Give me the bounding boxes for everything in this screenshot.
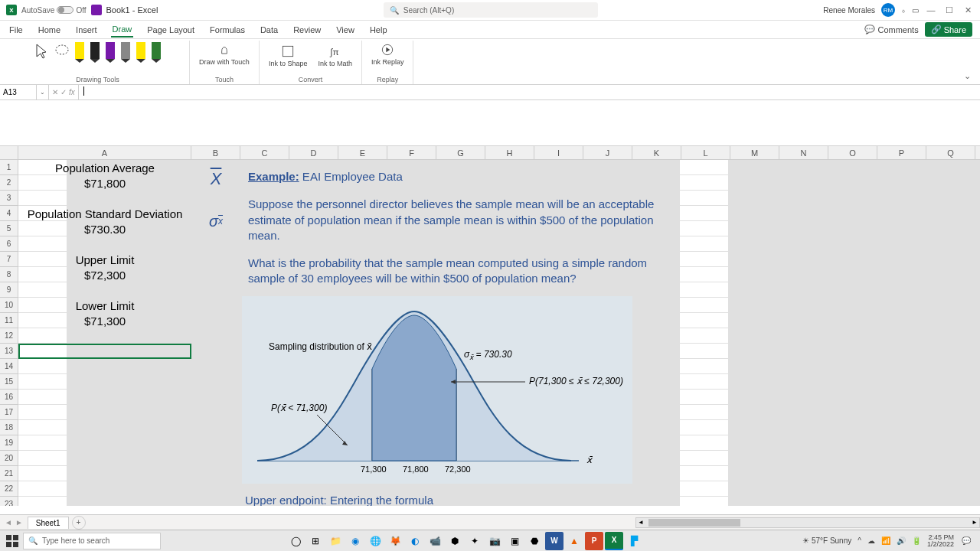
menu-formulas[interactable]: Formulas xyxy=(208,23,247,37)
col-header-n[interactable]: N xyxy=(779,146,828,159)
menu-help[interactable]: Help xyxy=(368,23,389,37)
ink-to-math-button[interactable]: ∫π Ink to Math xyxy=(313,42,357,70)
fx-icon[interactable]: fx xyxy=(69,88,75,96)
menu-draw[interactable]: Draw xyxy=(111,22,134,37)
add-sheet-button[interactable]: + xyxy=(72,516,86,530)
menu-insert[interactable]: Insert xyxy=(74,23,99,37)
pen-yellow[interactable] xyxy=(134,42,148,68)
col-header-c[interactable]: C xyxy=(240,146,289,159)
name-box-dropdown[interactable]: ⌄ xyxy=(37,85,49,99)
taskbar-search[interactable]: 🔍Type here to search xyxy=(23,533,161,549)
firefox-icon[interactable]: 🦊 xyxy=(386,532,404,550)
row-header[interactable]: 5 xyxy=(0,221,18,236)
col-header-q[interactable]: Q xyxy=(926,146,975,159)
row-header[interactable]: 14 xyxy=(0,359,18,374)
cell-b1[interactable]: X xyxy=(191,164,240,194)
col-header-o[interactable]: O xyxy=(828,146,877,159)
collapse-ribbon-icon[interactable]: ⌄ xyxy=(964,71,971,81)
menu-view[interactable]: View xyxy=(335,23,356,37)
powerpoint-icon[interactable]: P xyxy=(585,532,603,550)
volume-icon[interactable]: 🔊 xyxy=(897,536,906,545)
sheet-next-icon[interactable]: ► xyxy=(15,518,23,527)
cell-a2[interactable]: $71,800 xyxy=(18,175,191,191)
spreadsheet-grid[interactable]: A B C D E F G H I J K L M N O P Q 1 2 3 … xyxy=(0,146,980,506)
col-header-a[interactable]: A xyxy=(18,146,191,159)
pen-black[interactable] xyxy=(88,42,102,68)
tray-chevron-icon[interactable]: ^ xyxy=(858,536,861,545)
coming-soon-icon[interactable]: ⬨ xyxy=(901,6,906,15)
cancel-icon[interactable]: ✕ xyxy=(52,88,58,96)
row-header[interactable]: 18 xyxy=(0,420,18,435)
onedrive-icon[interactable]: ☁ xyxy=(867,536,875,545)
ink-replay-button[interactable]: Ink Replay xyxy=(367,41,409,68)
row-header[interactable]: 21 xyxy=(0,466,18,481)
col-header-h[interactable]: H xyxy=(485,146,534,159)
cell-a5[interactable]: $730.30 xyxy=(18,221,191,236)
menu-data[interactable]: Data xyxy=(259,23,279,37)
cell-a1[interactable]: Population Average xyxy=(18,160,191,175)
col-header-m[interactable]: M xyxy=(730,146,779,159)
col-header-p[interactable]: P xyxy=(877,146,926,159)
row-header[interactable]: 1 xyxy=(0,160,18,175)
app-icon-4[interactable]: ▣ xyxy=(505,532,524,550)
sheet-prev-icon[interactable]: ◄ xyxy=(5,518,12,527)
vlc-icon[interactable]: ▲ xyxy=(565,532,583,550)
row-header[interactable]: 17 xyxy=(0,405,18,420)
col-header-k[interactable]: K xyxy=(632,146,681,159)
row-header[interactable]: 16 xyxy=(0,390,18,405)
cell-a11[interactable]: $71,300 xyxy=(18,313,191,328)
minimize-button[interactable]: — xyxy=(925,5,937,15)
cell-b4[interactable]: σx xyxy=(191,206,240,236)
horizontal-scrollbar[interactable]: ◄ ► xyxy=(635,517,980,528)
task-view-icon[interactable]: ◯ xyxy=(286,532,305,550)
weather-widget[interactable]: ☀ 57°F Sunny xyxy=(802,536,851,545)
app-icon[interactable]: ◐ xyxy=(406,532,424,550)
select-all-corner[interactable] xyxy=(0,146,18,159)
search-input[interactable]: 🔍 Search (Alt+Q) xyxy=(384,2,598,18)
row-header[interactable]: 3 xyxy=(0,191,18,206)
row-header[interactable]: 6 xyxy=(0,236,18,252)
col-header-j[interactable]: J xyxy=(583,146,632,159)
pen-green[interactable] xyxy=(149,42,163,68)
col-header-b[interactable]: B xyxy=(191,146,240,159)
col-header-e[interactable]: E xyxy=(338,146,387,159)
edge-icon[interactable]: ◉ xyxy=(346,532,364,550)
sheet-tab-sheet1[interactable]: Sheet1 xyxy=(28,517,69,529)
user-avatar[interactable]: RM xyxy=(881,3,895,17)
file-explorer-icon[interactable]: 📁 xyxy=(326,532,345,550)
maximize-button[interactable]: ☐ xyxy=(943,5,956,15)
wifi-icon[interactable]: 📶 xyxy=(881,536,890,545)
start-button[interactable] xyxy=(3,532,21,550)
row-header[interactable]: 8 xyxy=(0,267,18,282)
row-header[interactable]: 9 xyxy=(0,282,18,298)
share-button[interactable]: 🔗 Share xyxy=(925,22,972,37)
col-header-d[interactable]: D xyxy=(289,146,338,159)
comments-button[interactable]: 💬 Comments xyxy=(864,24,918,34)
cortana-icon[interactable]: ⊞ xyxy=(306,532,325,550)
menu-page-layout[interactable]: Page Layout xyxy=(145,23,196,37)
camera-icon[interactable]: 📷 xyxy=(485,532,504,550)
row-header[interactable]: 22 xyxy=(0,481,18,497)
row-header[interactable]: 13 xyxy=(0,344,18,359)
save-icon[interactable] xyxy=(91,5,102,15)
row-header[interactable]: 2 xyxy=(0,175,18,191)
ink-to-shape-button[interactable]: Ink to Shape xyxy=(264,42,312,70)
app-icon-5[interactable]: ⬣ xyxy=(525,532,544,550)
autosave-toggle[interactable]: AutoSave Off xyxy=(21,6,87,15)
row-header[interactable]: 19 xyxy=(0,435,18,451)
select-tool[interactable] xyxy=(33,42,51,60)
menu-file[interactable]: File xyxy=(8,23,24,37)
col-header-i[interactable]: I xyxy=(534,146,583,159)
pen-yellow-highlighter[interactable] xyxy=(73,42,87,68)
cell-a4[interactable]: Population Standard Deviation xyxy=(18,206,191,221)
col-header-f[interactable]: F xyxy=(387,146,436,159)
cell-a8[interactable]: $72,300 xyxy=(18,267,191,282)
battery-icon[interactable]: 🔋 xyxy=(912,536,921,545)
menu-review[interactable]: Review xyxy=(292,23,322,37)
name-box[interactable]: A13 xyxy=(0,85,37,99)
excel-taskbar-icon[interactable]: X xyxy=(605,532,623,550)
app-icon-6[interactable]: ▛ xyxy=(625,532,643,550)
menu-home[interactable]: Home xyxy=(37,23,62,37)
word-icon[interactable]: W xyxy=(545,532,564,550)
row-header[interactable]: 20 xyxy=(0,451,18,466)
